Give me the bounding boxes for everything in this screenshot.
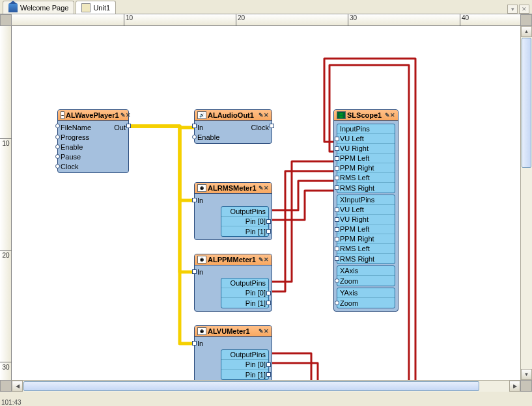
pin-in: In [197, 268, 203, 276]
workspace: 10 20 30 40 10 20 30 ~ [0, 14, 532, 392]
pin-1: Pin [1] [245, 228, 266, 236]
ruler-h-tick: 20 [236, 14, 245, 26]
pin-1: Pin [1] [245, 299, 266, 307]
xinputpins-label: XInputPins [340, 196, 374, 204]
scroll-down-arrow[interactable]: ▼ [521, 369, 532, 380]
scrollbar-horizontal[interactable]: ◀ ▶ [12, 380, 520, 392]
pin-rms-left: RMS Left [340, 174, 370, 182]
wave-icon: ~ [61, 111, 64, 119]
block-title: SLScope1 [347, 111, 382, 119]
tab-welcome-label: Welcome Page [20, 4, 68, 12]
block-title: ALVUMeter1 [208, 327, 250, 335]
ruler-corner-bl [0, 380, 12, 392]
scroll-left-arrow[interactable]: ◀ [12, 381, 23, 392]
block-title: ALPPMMeter1 [208, 256, 256, 264]
ruler-corner-br [520, 380, 532, 392]
pin-progress: Progress [61, 133, 89, 141]
pin-vu-right: VU Right [340, 144, 369, 152]
block-waveplayer[interactable]: ~ ALWavePlayer1 ✎✕ FileNameOut Progress … [57, 109, 129, 173]
scroll-h-thumb[interactable] [23, 381, 479, 391]
ruler-h-tick: 40 [460, 14, 469, 26]
pin-ppm-right: PPM Right [340, 164, 374, 172]
xpin-rms-left: RMS Left [340, 245, 370, 252]
tools-icon[interactable]: ✎✕ [120, 112, 131, 118]
block-audioout[interactable]: 🔊ALAudioOut1✎✕ InClock Enable [194, 109, 272, 144]
pin-in: In [197, 124, 203, 131]
scroll-v-thumb[interactable] [522, 38, 531, 168]
ruler-v-tick: 30 [0, 362, 12, 371]
xpin-ppm-left: PPM Left [340, 225, 369, 233]
block-vumeter[interactable]: ◉ALVUMeter1✎✕ In OutputPins Pin [0] Pin … [194, 325, 272, 380]
pin-0: Pin [0] [245, 360, 266, 368]
scroll-up-arrow[interactable]: ▲ [521, 26, 532, 37]
tab-dropdown-button[interactable]: ▾ [507, 5, 518, 14]
ruler-h-tick: 10 [124, 14, 133, 26]
pin-in: In [197, 196, 203, 204]
meter-icon: ◉ [197, 256, 206, 264]
pin-ppm-left: PPM Left [340, 154, 369, 162]
tools-icon[interactable]: ✎✕ [259, 256, 269, 263]
scroll-right-arrow[interactable]: ▶ [509, 381, 520, 392]
home-icon [8, 3, 18, 12]
tab-unit1[interactable]: Unit1 [76, 1, 116, 14]
design-canvas[interactable]: ~ ALWavePlayer1 ✎✕ FileNameOut Progress … [12, 26, 520, 380]
outputpins-label: OutputPins [231, 208, 266, 215]
pin-0: Pin [0] [245, 217, 266, 225]
xpin-rms-right: RMS Right [340, 255, 374, 263]
tools-icon[interactable]: ✎✕ [385, 112, 395, 118]
tools-icon[interactable]: ✎✕ [259, 185, 269, 191]
block-rmsmeter[interactable]: ◉ALRMSMeter1✎✕ In OutputPins Pin [0] Pin… [194, 182, 272, 240]
pin-filename: FileName [61, 124, 91, 131]
pin-0: Pin [0] [245, 289, 266, 297]
meter-icon: ◉ [197, 184, 206, 192]
pin-out: Out [114, 124, 126, 131]
outputpins-label: OutputPins [231, 351, 266, 359]
ruler-h-tick: 30 [348, 14, 357, 26]
ruler-v-tick: 10 [0, 138, 12, 147]
tools-icon[interactable]: ✎✕ [259, 112, 269, 118]
ruler-corner-tr [520, 14, 532, 26]
pin-vu-left: VU Left [340, 135, 364, 142]
xpin-ppm-right: PPM Right [340, 235, 374, 243]
xaxis-zoom: Zoom [340, 277, 358, 285]
pin-enable: Enable [197, 133, 219, 141]
pin-rms-right: RMS Right [340, 184, 374, 192]
meter-icon: ◉ [197, 327, 206, 335]
pin-clock: Clock [251, 124, 269, 131]
block-title: ALAudioOut1 [208, 111, 254, 119]
block-title: ALRMSMeter1 [208, 184, 257, 192]
tools-icon[interactable]: ✎✕ [259, 328, 269, 334]
tabbar: Welcome Page Unit1 ▾ ✕ [0, 0, 532, 14]
block-title: ALWavePlayer1 [66, 111, 119, 119]
status-bar: 101:43 [1, 399, 21, 406]
tab-welcome[interactable]: Welcome Page [3, 1, 74, 14]
block-ppmmeter[interactable]: ◉ALPPMMeter1✎✕ In OutputPins Pin [0] Pin… [194, 254, 272, 312]
block-header[interactable]: ~ ALWavePlayer1 ✎✕ [58, 110, 128, 121]
pin-pause: Pause [61, 153, 81, 161]
ruler-horizontal: 10 20 30 40 [12, 14, 520, 26]
yaxis-label: YAxis [340, 289, 357, 297]
xpin-vu-left: VU Left [340, 206, 364, 213]
block-slscope[interactable]: ▒SLScope1✎✕ InputPins VU Left VU Right P… [333, 109, 399, 312]
pin-enable: Enable [61, 143, 83, 151]
pin-1: Pin [1] [245, 371, 266, 379]
tab-unit1-label: Unit1 [93, 4, 110, 12]
ruler-v-tick: 20 [0, 250, 12, 259]
ruler-corner-tl [0, 14, 12, 26]
tab-close-button[interactable]: ✕ [519, 5, 529, 14]
tab-controls: ▾ ✕ [507, 5, 532, 14]
inputpins-label: InputPins [340, 125, 370, 133]
pin-clock: Clock [61, 163, 79, 170]
scope-icon: ▒ [337, 111, 346, 119]
xaxis-label: XAxis [340, 267, 358, 275]
scrollbar-vertical[interactable]: ▲ ▼ [520, 26, 532, 380]
xpin-vu-right: VU Right [340, 215, 369, 223]
ruler-vertical: 10 20 30 [0, 26, 12, 380]
form-icon [81, 3, 91, 12]
speaker-icon: 🔊 [197, 111, 206, 119]
outputpins-label: OutputPins [231, 279, 266, 287]
yaxis-zoom: Zoom [340, 299, 358, 307]
pin-in: In [197, 340, 203, 347]
